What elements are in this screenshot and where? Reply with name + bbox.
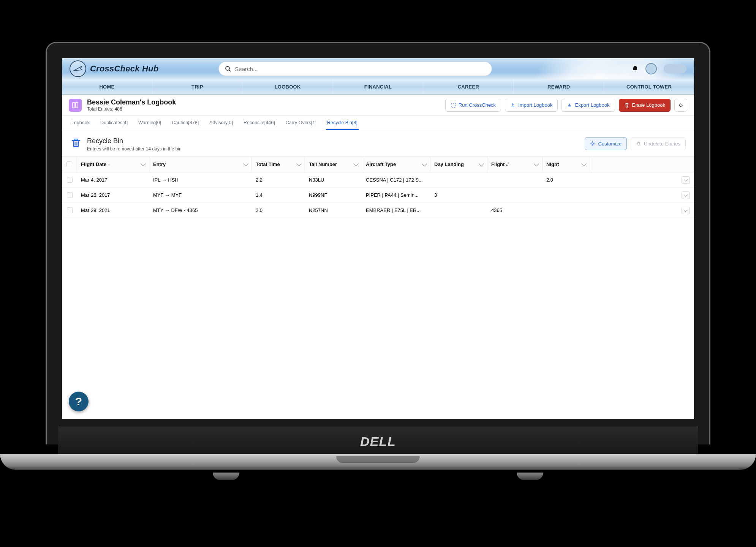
col-actions <box>677 157 694 172</box>
cell-tail-number: N257NN <box>305 207 362 213</box>
tab-reconcile[interactable]: Reconcile[446] <box>242 116 276 130</box>
checkbox-icon <box>67 207 73 213</box>
col-tail-number[interactable]: Tail Number <box>305 157 362 172</box>
page-title-bar: Bessie Coleman's Logbook Total Entries: … <box>62 95 694 116</box>
cell-tail-number: N999NF <box>305 192 362 198</box>
row-menu-button[interactable] <box>682 176 690 184</box>
cell-aircraft-type: PIPER | PA44 | Semin... <box>362 192 430 198</box>
help-button[interactable]: ? <box>69 392 89 411</box>
export-logbook-button[interactable]: Export Logbook <box>561 99 615 112</box>
table-row: Mar 26, 2017 MYF → MYF 1.4 N999NF PIPER … <box>62 188 694 203</box>
app-name: CrossCheck Hub <box>90 64 158 74</box>
page-subtitle: Total Entries: 486 <box>87 106 176 112</box>
tab-logbook[interactable]: Logbook <box>70 116 91 130</box>
col-day-landing[interactable]: Day Landing <box>430 157 487 172</box>
row-actions <box>677 207 694 214</box>
erase-logbook-button[interactable]: Erase Logbook <box>619 99 671 112</box>
tab-advisory[interactable]: Advisory[0] <box>208 116 234 130</box>
checkbox-icon <box>67 177 73 183</box>
gear-icon <box>590 141 595 146</box>
table-header-row: Flight Date↑ Entry Total Time Tail Numbe… <box>62 157 694 172</box>
header-right <box>632 63 686 74</box>
nav-logbook[interactable]: LOGBOOK <box>243 79 333 94</box>
row-menu-button[interactable] <box>682 207 690 214</box>
settings-button[interactable] <box>674 99 687 112</box>
sort-asc-icon: ↑ <box>108 162 110 167</box>
undelete-entries-button: Undelete Entries <box>631 137 686 150</box>
undelete-icon <box>636 141 641 146</box>
checkbox-icon <box>67 192 73 198</box>
section-header: Recycle Bin Entries will be removed afte… <box>62 130 694 156</box>
cell-flight-date: Mar 29, 2021 <box>77 207 149 213</box>
run-crosscheck-button[interactable]: Run CrossCheck <box>445 99 501 112</box>
laptop-foot <box>517 473 543 480</box>
nav-home[interactable]: HOME <box>62 79 152 94</box>
avatar[interactable] <box>645 63 657 74</box>
cell-entry: MYF → MYF <box>149 192 252 198</box>
search-box[interactable] <box>218 62 492 76</box>
row-menu-button[interactable] <box>682 191 690 199</box>
nav-financial[interactable]: FINANCIAL <box>333 79 424 94</box>
checkbox-icon <box>66 161 72 167</box>
cell-flight-date: Mar 4, 2017 <box>77 177 149 183</box>
section-title-block: Recycle Bin Entries will be removed afte… <box>87 137 182 152</box>
title-actions: Run CrossCheck Import Logbook Export Log… <box>445 99 687 112</box>
cell-total-time: 2.2 <box>252 177 305 183</box>
import-logbook-button[interactable]: Import Logbook <box>505 99 558 112</box>
download-icon <box>567 103 572 108</box>
chevron-down-icon <box>479 161 484 166</box>
col-entry[interactable]: Entry <box>149 157 252 172</box>
col-flight-date[interactable]: Flight Date↑ <box>77 157 149 172</box>
svg-rect-2 <box>451 103 455 107</box>
cell-entry: MTY → DFW - 4365 <box>149 207 252 213</box>
logo-icon <box>70 60 86 77</box>
tab-warning[interactable]: Warning[0] <box>137 116 162 130</box>
app-header: CrossCheck Hub <box>62 58 694 79</box>
section-subtitle: Entries will be removed after 14 days in… <box>87 146 182 152</box>
user-menu[interactable] <box>664 64 686 73</box>
customize-button[interactable]: Customize <box>585 137 626 150</box>
col-select-all[interactable] <box>62 157 77 172</box>
chevron-down-icon <box>243 161 248 166</box>
row-select[interactable] <box>62 192 77 198</box>
chevron-down-icon <box>534 161 539 166</box>
bell-icon[interactable] <box>632 65 639 72</box>
cell-night: 2.0 <box>542 177 590 183</box>
logo[interactable]: CrossCheck Hub <box>70 60 158 77</box>
upload-icon <box>510 103 516 108</box>
tab-caution[interactable]: Caution[378] <box>171 116 200 130</box>
row-select[interactable] <box>62 177 77 183</box>
nav-reward[interactable]: REWARD <box>514 79 604 94</box>
export-logbook-label: Export Logbook <box>575 102 609 108</box>
crosshair-icon <box>678 103 683 108</box>
customize-label: Customize <box>598 141 621 147</box>
svg-point-0 <box>226 66 229 70</box>
nav-trip[interactable]: TRIP <box>152 79 243 94</box>
undelete-entries-label: Undelete Entries <box>644 141 680 147</box>
col-flight-number[interactable]: Flight # <box>487 157 542 172</box>
laptop-foot <box>213 473 239 480</box>
tab-recycle-bin[interactable]: Recycle Bin[3] <box>326 116 359 130</box>
erase-logbook-label: Erase Logbook <box>632 102 665 108</box>
search-icon <box>225 66 231 72</box>
chevron-down-icon <box>581 161 587 166</box>
search-input[interactable] <box>235 66 486 72</box>
logbook-icon <box>69 99 82 112</box>
nav-career[interactable]: CAREER <box>423 79 514 94</box>
page-title-block: Bessie Coleman's Logbook Total Entries: … <box>87 98 176 112</box>
recycle-bin-table: Flight Date↑ Entry Total Time Tail Numbe… <box>62 156 694 218</box>
col-night[interactable]: Night <box>542 157 590 172</box>
chevron-down-icon <box>353 161 359 166</box>
run-crosscheck-label: Run CrossCheck <box>459 102 496 108</box>
laptop-hinge: DELL <box>58 427 698 457</box>
row-select[interactable] <box>62 207 77 213</box>
tab-carryovers[interactable]: Carry Overs[1] <box>285 116 318 130</box>
cell-flight-date: Mar 26, 2017 <box>77 192 149 198</box>
row-actions <box>677 176 694 184</box>
col-total-time[interactable]: Total Time <box>252 157 305 172</box>
tab-duplicates[interactable]: Duplicates[4] <box>99 116 129 130</box>
nav-control-tower[interactable]: CONTROL TOWER <box>604 79 694 94</box>
col-aircraft-type[interactable]: Aircraft Type <box>362 157 430 172</box>
chevron-down-icon <box>683 192 688 196</box>
main-nav: HOME TRIP LOGBOOK FINANCIAL CAREER REWAR… <box>62 79 694 95</box>
